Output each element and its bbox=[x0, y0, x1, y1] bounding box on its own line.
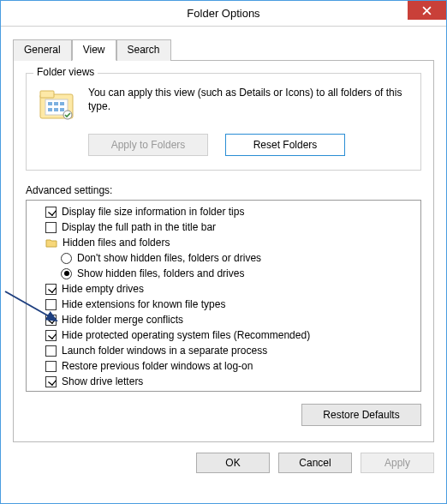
restore-defaults-button[interactable]: Restore Defaults bbox=[301, 404, 421, 426]
folder-views-title: Folder views bbox=[33, 66, 98, 78]
reset-folders-button[interactable]: Reset Folders bbox=[225, 134, 345, 156]
list-item-label: Hidden files and folders bbox=[63, 237, 170, 249]
checkbox[interactable] bbox=[45, 315, 57, 326]
advanced-settings-list[interactable]: Display file size information in folder … bbox=[26, 200, 421, 392]
radio[interactable] bbox=[61, 268, 72, 279]
svg-rect-6 bbox=[48, 108, 52, 111]
list-item[interactable]: Hide extensions for known file types bbox=[30, 297, 417, 312]
tab-general[interactable]: General bbox=[13, 39, 72, 61]
list-item-label: Show encrypted or compressed NTFS files … bbox=[62, 391, 299, 392]
dialog-button-row: OK Cancel Apply bbox=[1, 442, 446, 485]
radio[interactable] bbox=[61, 253, 72, 264]
list-item[interactable]: Show hidden files, folders and drives bbox=[30, 266, 417, 281]
list-item[interactable]: Hide protected operating system files (R… bbox=[30, 327, 417, 343]
tab-view[interactable]: View bbox=[72, 39, 116, 61]
apply-to-folders-button[interactable]: Apply to Folders bbox=[88, 134, 208, 156]
list-item-label: Display the full path in the title bar bbox=[62, 221, 216, 233]
titlebar: Folder Options bbox=[1, 1, 446, 27]
list-item[interactable]: Display the full path in the title bar bbox=[30, 219, 417, 235]
checkbox[interactable] bbox=[45, 330, 57, 341]
list-item-label: Hide folder merge conflicts bbox=[62, 314, 183, 326]
svg-rect-1 bbox=[40, 91, 54, 98]
tab-panel-view: Folder views bbox=[13, 61, 434, 442]
checkbox[interactable] bbox=[45, 299, 57, 310]
checkbox[interactable] bbox=[45, 222, 57, 233]
list-item-label: Show hidden files, folders and drives bbox=[77, 267, 244, 279]
list-item[interactable]: Display file size information in folder … bbox=[30, 204, 417, 219]
folder-views-group: Folder views bbox=[26, 73, 421, 171]
svg-rect-3 bbox=[48, 102, 52, 105]
svg-rect-5 bbox=[60, 102, 64, 105]
list-item[interactable]: Restore previous folder windows at log-o… bbox=[30, 358, 417, 374]
list-item[interactable]: Launch folder windows in a separate proc… bbox=[30, 343, 417, 358]
list-item[interactable]: Show encrypted or compressed NTFS files … bbox=[30, 389, 417, 392]
window-title: Folder Options bbox=[1, 7, 446, 20]
list-item-label: Hide extensions for known file types bbox=[62, 298, 225, 310]
checkbox[interactable] bbox=[45, 376, 57, 387]
list-item[interactable]: Hidden files and folders bbox=[30, 235, 417, 250]
list-item-label: Launch folder windows in a separate proc… bbox=[62, 345, 267, 357]
list-item[interactable]: Hide empty drives bbox=[30, 281, 417, 297]
list-item-label: Hide protected operating system files (R… bbox=[62, 329, 310, 341]
checkbox[interactable] bbox=[45, 361, 57, 372]
close-button[interactable] bbox=[408, 1, 446, 20]
tab-search[interactable]: Search bbox=[116, 39, 171, 61]
checkbox[interactable] bbox=[45, 207, 57, 218]
svg-rect-7 bbox=[54, 108, 58, 111]
list-item[interactable]: Hide folder merge conflicts bbox=[30, 312, 417, 327]
checkbox[interactable] bbox=[45, 284, 57, 295]
tab-strip: General View Search bbox=[13, 39, 434, 61]
close-icon bbox=[422, 6, 432, 15]
ok-button[interactable]: OK bbox=[196, 453, 270, 473]
folder-views-description: You can apply this view (such as Details… bbox=[88, 86, 408, 122]
list-item[interactable]: Show drive letters bbox=[30, 374, 417, 389]
folder-views-icon bbox=[39, 87, 76, 122]
list-item-label: Hide empty drives bbox=[62, 283, 144, 295]
list-item-label: Don't show hidden files, folders or driv… bbox=[77, 252, 261, 264]
checkbox[interactable] bbox=[45, 345, 57, 357]
list-item[interactable]: Don't show hidden files, folders or driv… bbox=[30, 250, 417, 266]
cancel-button[interactable]: Cancel bbox=[278, 453, 352, 473]
folder-icon bbox=[45, 237, 57, 249]
advanced-settings-label: Advanced settings: bbox=[26, 184, 421, 196]
list-item-label: Show drive letters bbox=[62, 375, 143, 387]
list-item-label: Restore previous folder windows at log-o… bbox=[62, 360, 253, 372]
list-item-label: Display file size information in folder … bbox=[62, 206, 244, 218]
checkbox[interactable] bbox=[45, 392, 57, 393]
apply-button[interactable]: Apply bbox=[361, 453, 434, 473]
svg-rect-8 bbox=[60, 108, 64, 111]
svg-rect-4 bbox=[54, 102, 58, 105]
